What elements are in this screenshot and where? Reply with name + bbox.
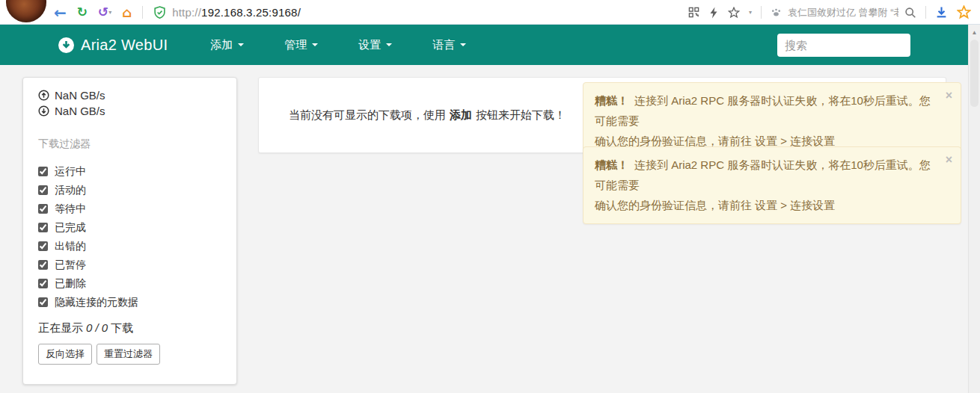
menu-manage[interactable]: 管理 <box>271 31 331 60</box>
filter-hide-metadata[interactable]: 隐藏连接的元数据 <box>38 293 221 312</box>
refresh-icon[interactable]: ↻ <box>77 6 88 19</box>
filter-hide-metadata-checkbox[interactable] <box>38 297 48 307</box>
menu-settings[interactable]: 设置 <box>345 31 405 60</box>
avatar[interactable] <box>6 0 46 22</box>
filter-label: 已完成 <box>55 221 86 235</box>
filter-removed[interactable]: 已删除 <box>38 274 221 293</box>
showing-suffix: 下载 <box>111 321 133 334</box>
filter-label: 运行中 <box>55 165 86 179</box>
favorite-star-icon[interactable] <box>957 5 971 19</box>
close-icon[interactable]: × <box>946 90 952 102</box>
filter-paused-checkbox[interactable] <box>38 260 48 270</box>
toolbar-divider <box>925 6 926 19</box>
filter-error[interactable]: 出错的 <box>38 237 221 256</box>
empty-message-add: 添加 <box>450 108 472 121</box>
filter-running[interactable]: 运行中 <box>38 162 221 181</box>
close-icon[interactable]: × <box>946 154 952 166</box>
filter-paused[interactable]: 已暂停 <box>38 256 221 274</box>
filter-complete-checkbox[interactable] <box>38 223 48 232</box>
undo-icon[interactable]: ↺ <box>98 6 108 19</box>
chevron-down-icon <box>386 43 392 46</box>
rpc-auth-alert: 糟糕！连接到 Aria2 RPC 服务器时认证失败，将在10秒后重试。您可能需要… <box>583 146 961 224</box>
showing-count-line: 正在显示0 / 0下载 <box>38 321 221 335</box>
nav-menu: 添加 管理 设置 语言 <box>190 31 486 60</box>
upload-speed: NaN GB/s <box>38 87 221 103</box>
filter-list: 运行中 活动的 等待中 已完成 出错的 已暂停 已删除 隐藏连接的元数据 <box>38 162 221 312</box>
search-input[interactable] <box>777 34 910 57</box>
brand-download-icon <box>58 37 74 53</box>
menu-add-label: 添加 <box>210 38 233 52</box>
undo-dropdown-icon[interactable]: ▾ <box>108 9 111 16</box>
app-navbar: Aria2 WebUI 添加 管理 设置 语言 <box>0 25 980 65</box>
filter-waiting-checkbox[interactable] <box>38 204 48 214</box>
scrollbar-up-arrow[interactable]: ▲ <box>969 29 980 36</box>
upload-speed-value: NaN GB/s <box>55 89 105 102</box>
alert-text-line2: 确认您的身份验证信息，请前往 设置 > 连接设置 <box>595 199 835 211</box>
showing-prefix: 正在显示 <box>38 321 83 334</box>
browser-toolbar: ← ↻ ↺ ▾ ⌂ http://192.168.3.25:9168/ <box>0 0 980 25</box>
bookmark-dropdown-icon[interactable]: ▾ <box>749 9 752 16</box>
url-host: 192.168.3.25:9168/ <box>201 6 301 19</box>
menu-language-label: 语言 <box>432 38 455 52</box>
menu-language[interactable]: 语言 <box>419 31 480 60</box>
filter-label: 活动的 <box>55 184 86 197</box>
menu-manage-label: 管理 <box>284 38 307 52</box>
alert-title: 糟糕！ <box>595 94 628 107</box>
address-bar[interactable]: http://192.168.3.25:9168/ <box>153 6 301 19</box>
download-speed-value: NaN GB/s <box>55 105 105 117</box>
search-icon[interactable] <box>904 7 916 19</box>
paw-icon <box>771 7 782 18</box>
chevron-down-icon <box>460 43 466 46</box>
filter-section-title: 下载过滤器 <box>38 137 221 151</box>
filter-label: 出错的 <box>55 240 86 253</box>
back-icon[interactable]: ← <box>54 5 67 20</box>
filter-active-checkbox[interactable] <box>38 185 48 195</box>
filter-label: 隐藏连接的元数据 <box>55 296 138 309</box>
filter-active[interactable]: 活动的 <box>38 181 221 199</box>
hot-search-box[interactable]: 袁仁国敛财过亿 曾攀附 “老虎 <box>771 6 916 19</box>
chevron-down-icon <box>312 43 318 46</box>
filter-waiting[interactable]: 等待中 <box>38 199 221 218</box>
empty-message-pre: 当前没有可显示的下载项，使用 <box>289 108 446 121</box>
filter-removed-checkbox[interactable] <box>38 279 48 288</box>
page-scrollbar[interactable]: ▲ <box>968 25 980 393</box>
url-text[interactable]: http://192.168.3.25:9168/ <box>172 6 301 19</box>
filter-running-checkbox[interactable] <box>38 167 48 176</box>
toolbar-divider <box>761 6 762 19</box>
invert-selection-button[interactable]: 反向选择 <box>38 344 92 365</box>
sidebar-panel: NaN GB/s NaN GB/s 下载过滤器 运行中 活动的 等待中 已完成 <box>22 77 237 385</box>
alert-text-line1: 连接到 Aria2 RPC 服务器时认证失败，将在10秒后重试。您可能需要 <box>595 158 931 191</box>
brand[interactable]: Aria2 WebUI <box>58 37 168 54</box>
chevron-down-icon <box>238 43 244 46</box>
empty-message: 当前没有可显示的下载项，使用添加按钮来开始下载！ <box>289 108 566 123</box>
alert-text-line2: 确认您的身份验证信息，请前往 设置 > 连接设置 <box>595 134 835 147</box>
menu-add[interactable]: 添加 <box>197 31 257 60</box>
home-icon[interactable]: ⌂ <box>122 6 132 19</box>
scrollbar-thumb[interactable] <box>970 40 979 107</box>
filter-label: 已删除 <box>55 277 86 291</box>
download-speed: NaN GB/s <box>38 103 221 119</box>
filter-label: 已暂停 <box>55 259 86 272</box>
download-icon[interactable] <box>935 6 948 19</box>
reset-filters-button[interactable]: 重置过滤器 <box>97 344 160 365</box>
circle-arrow-down-icon <box>38 105 49 117</box>
qr-code-icon[interactable] <box>688 7 699 18</box>
showing-count: 0 / 0 <box>86 321 108 334</box>
bookmark-star-icon[interactable] <box>728 7 740 19</box>
shield-icon <box>153 6 166 19</box>
empty-message-post: 按钮来开始下载！ <box>476 108 566 121</box>
alert-text-line1: 连接到 Aria2 RPC 服务器时认证失败，将在10秒后重试。您可能需要 <box>595 94 931 127</box>
circle-arrow-up-icon <box>38 90 49 101</box>
toolbar-divider <box>142 6 143 19</box>
lightning-icon[interactable] <box>708 7 719 19</box>
filter-complete[interactable]: 已完成 <box>38 218 221 237</box>
hot-search-text: 袁仁国敛财过亿 曾攀附 “老虎 <box>788 6 898 19</box>
filter-label: 等待中 <box>55 202 86 216</box>
menu-settings-label: 设置 <box>358 38 381 52</box>
brand-title: Aria2 WebUI <box>81 37 168 54</box>
filter-error-checkbox[interactable] <box>38 241 48 251</box>
alert-title: 糟糕！ <box>595 158 628 171</box>
url-scheme: http:// <box>172 6 201 19</box>
